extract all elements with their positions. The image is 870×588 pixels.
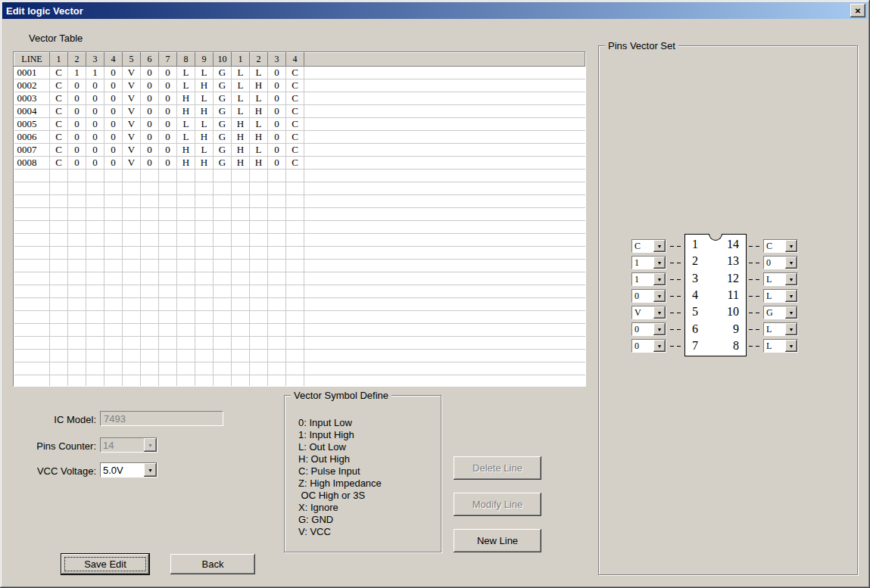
pin-11-value: L [764,291,785,302]
dropdown-arrow-icon[interactable]: ▼ [785,257,797,269]
pin-7-value-combo[interactable]: 0▼ [631,339,666,353]
vector-cell [250,272,268,285]
vector-cell [286,337,304,350]
vcc-voltage-combo[interactable]: 5.0V ▼ [100,462,157,478]
pin-3-value-combo[interactable]: 1▼ [631,272,666,286]
table-row[interactable]: 0005C000V00LLGHL0C [14,118,585,131]
pins-counter-combo: 14 ▼ [100,437,157,453]
table-row[interactable]: 0003C000V00HLGLL0C [14,92,585,105]
pin-6-value-combo[interactable]: 0▼ [631,322,666,336]
vector-cell [104,285,123,298]
line-number-cell: 0006 [14,131,50,144]
pin-4-value-combo[interactable]: 0▼ [631,289,666,303]
vector-cell [104,337,123,350]
vector-cell [141,221,159,234]
back-button[interactable]: Back [170,554,255,574]
vector-cell: C [50,157,68,170]
vector-cell [232,375,250,387]
pin-13-value-combo[interactable]: 0▼ [763,256,798,269]
vector-cell: L [195,118,214,131]
dropdown-arrow-icon[interactable]: ▼ [653,290,666,302]
dropdown-arrow-icon[interactable]: ▼ [653,240,666,252]
vector-cell [268,375,286,387]
dropdown-arrow-icon[interactable]: ▼ [785,290,797,302]
vector-cell [141,170,159,182]
symbol-define-line: 1: Input High [298,429,382,441]
pin-12-value-combo[interactable]: L▼ [763,272,798,286]
vector-cell: 0 [86,79,104,92]
table-row[interactable]: 0004C000V00HHGLH0C [14,105,585,118]
vector-cell: 0 [268,105,286,118]
pin-1-value-combo[interactable]: C▼ [631,239,666,253]
pin-5-value-combo[interactable]: V▼ [631,306,666,319]
dropdown-arrow-icon[interactable]: ▼ [144,463,157,477]
pin-5-value: V [632,307,653,319]
vector-cell [232,170,250,182]
dropdown-arrow-icon[interactable]: ▼ [785,273,797,285]
dropdown-arrow-icon[interactable]: ▼ [653,323,666,335]
pin-11-value-combo[interactable]: L▼ [763,289,798,303]
column-header: 8 [177,53,195,67]
vector-cell [214,221,232,234]
vector-cell [141,350,159,362]
vector-cell [50,298,68,311]
vector-cell [232,298,250,311]
vector-cell [214,298,232,311]
pin-9-value-combo[interactable]: L▼ [763,322,798,336]
vector-cell [214,234,232,247]
line-number-cell: 0008 [14,157,50,170]
vector-table[interactable]: LINE123456789101234 0001C110V00LLGLL0C00… [13,51,586,387]
vector-cell [104,208,123,221]
vector-cell [104,298,123,311]
dropdown-arrow-icon[interactable]: ▼ [653,273,666,285]
dropdown-arrow-icon[interactable]: ▼ [785,240,797,252]
dropdown-arrow-icon[interactable]: ▼ [785,340,797,352]
table-row[interactable]: 0006C000V00LHGHH0C [14,131,585,144]
table-row[interactable]: 0001C110V00LLGLL0C [14,67,585,79]
dropdown-arrow-icon[interactable]: ▼ [785,306,797,319]
row-filler-cell [304,105,585,118]
new-line-button[interactable]: New Line [454,529,541,552]
pin-8-value-combo[interactable]: L▼ [763,339,798,353]
vector-cell: 0 [68,92,86,105]
vector-cell [123,337,141,350]
vector-cell [214,285,232,298]
vector-cell [232,285,250,298]
chip-pin-5-number: 5 [692,303,698,320]
vector-cell: 0 [104,144,123,157]
table-row[interactable]: 0008C000V00HHGHH0C [14,157,585,170]
close-button[interactable]: ✕ [850,4,865,17]
vector-cell: 0 [159,92,177,105]
pin-2-value: 1 [632,257,653,269]
vector-cell [195,195,214,208]
vector-cell [268,208,286,221]
vector-cell [195,298,214,311]
pin-10-value-combo[interactable]: G▼ [763,306,798,319]
pin-2-value-combo[interactable]: 1▼ [631,256,666,269]
table-row-empty [14,234,585,247]
vector-cell: 0 [268,157,286,170]
row-filler-cell [304,375,585,387]
dropdown-arrow-icon[interactable]: ▼ [785,323,797,335]
vector-cell [177,324,195,337]
save-edit-button[interactable]: Save Edit [61,554,149,574]
row-filler-cell [304,324,585,337]
table-row[interactable]: 0007C000V00HLGHL0C [14,144,585,157]
dropdown-arrow-icon[interactable]: ▼ [653,340,666,352]
row-filler-cell [304,131,585,144]
vector-cell: C [286,92,304,105]
vector-cell [123,298,141,311]
chip-left-pin-numbers: 1234567 [692,236,698,354]
dropdown-arrow-icon[interactable]: ▼ [653,306,666,319]
pin-14-value-combo[interactable]: C▼ [763,239,798,253]
dropdown-arrow-icon[interactable]: ▼ [653,257,666,269]
symbol-define-lines: 0: Input Low1: Input HighL: Out LowH: Ou… [298,417,382,538]
vector-cell [250,234,268,247]
chip-pin-13-number: 13 [727,253,739,269]
table-row-empty [14,298,585,311]
vector-cell [195,375,214,387]
dropdown-arrow-icon: ▼ [144,438,157,452]
vcc-voltage-dropdown[interactable]: 5.0V ▼ [100,462,157,478]
table-row[interactable]: 0002C000V00LHGLH0C [14,79,585,92]
vector-cell [141,362,159,375]
